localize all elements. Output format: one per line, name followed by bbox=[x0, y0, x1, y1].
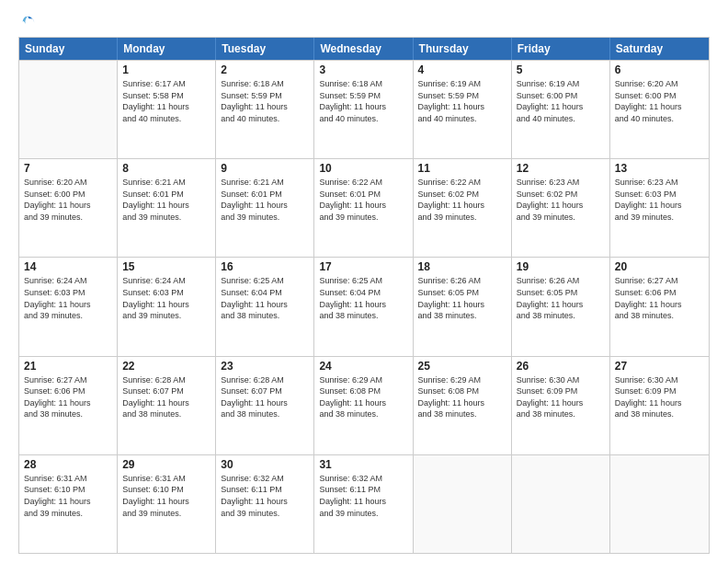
day-info: Sunrise: 6:17 AM Sunset: 5:58 PM Dayligh… bbox=[122, 78, 210, 124]
calendar-cell: 4Sunrise: 6:19 AM Sunset: 5:59 PM Daylig… bbox=[414, 61, 512, 158]
day-number: 19 bbox=[517, 260, 605, 273]
day-number: 2 bbox=[221, 63, 309, 76]
calendar-cell: 14Sunrise: 6:24 AM Sunset: 6:03 PM Dayli… bbox=[19, 258, 118, 355]
calendar-header-cell: Monday bbox=[118, 38, 216, 60]
day-info: Sunrise: 6:20 AM Sunset: 6:00 PM Dayligh… bbox=[24, 177, 112, 223]
day-number: 13 bbox=[615, 162, 704, 175]
day-info: Sunrise: 6:23 AM Sunset: 6:03 PM Dayligh… bbox=[615, 177, 704, 223]
day-number: 31 bbox=[319, 458, 407, 471]
calendar-cell: 27Sunrise: 6:30 AM Sunset: 6:09 PM Dayli… bbox=[610, 357, 709, 454]
calendar-cell: 10Sunrise: 6:22 AM Sunset: 6:01 PM Dayli… bbox=[314, 159, 413, 257]
calendar-header-cell: Wednesday bbox=[314, 38, 413, 60]
day-info: Sunrise: 6:21 AM Sunset: 6:01 PM Dayligh… bbox=[221, 177, 309, 223]
day-number: 30 bbox=[221, 458, 309, 471]
day-number: 7 bbox=[24, 162, 112, 175]
day-number: 17 bbox=[319, 260, 407, 273]
calendar-cell bbox=[414, 455, 512, 553]
day-number: 4 bbox=[418, 63, 506, 76]
day-number: 27 bbox=[615, 360, 704, 373]
day-info: Sunrise: 6:32 AM Sunset: 6:11 PM Dayligh… bbox=[319, 473, 407, 519]
day-number: 3 bbox=[319, 63, 407, 76]
calendar-cell: 23Sunrise: 6:28 AM Sunset: 6:07 PM Dayli… bbox=[216, 357, 314, 454]
day-number: 11 bbox=[418, 162, 506, 175]
day-info: Sunrise: 6:29 AM Sunset: 6:08 PM Dayligh… bbox=[418, 374, 506, 420]
day-number: 21 bbox=[24, 360, 112, 373]
calendar-cell: 12Sunrise: 6:23 AM Sunset: 6:02 PM Dayli… bbox=[512, 159, 610, 257]
day-info: Sunrise: 6:24 AM Sunset: 6:03 PM Dayligh… bbox=[24, 275, 112, 321]
calendar: SundayMondayTuesdayWednesdayThursdayFrid… bbox=[18, 37, 710, 554]
calendar-cell bbox=[610, 455, 709, 553]
calendar-header-cell: Saturday bbox=[610, 38, 709, 60]
day-info: Sunrise: 6:22 AM Sunset: 6:01 PM Dayligh… bbox=[319, 177, 407, 223]
day-info: Sunrise: 6:21 AM Sunset: 6:01 PM Dayligh… bbox=[122, 177, 210, 223]
day-info: Sunrise: 6:23 AM Sunset: 6:02 PM Dayligh… bbox=[517, 177, 605, 223]
day-number: 22 bbox=[122, 360, 210, 373]
day-number: 16 bbox=[221, 260, 309, 273]
day-info: Sunrise: 6:18 AM Sunset: 5:59 PM Dayligh… bbox=[221, 78, 309, 124]
day-info: Sunrise: 6:24 AM Sunset: 6:03 PM Dayligh… bbox=[122, 275, 210, 321]
calendar-cell: 5Sunrise: 6:19 AM Sunset: 6:00 PM Daylig… bbox=[512, 61, 610, 158]
calendar-row: 21Sunrise: 6:27 AM Sunset: 6:06 PM Dayli… bbox=[19, 356, 709, 454]
day-info: Sunrise: 6:19 AM Sunset: 6:00 PM Dayligh… bbox=[517, 78, 605, 124]
day-info: Sunrise: 6:30 AM Sunset: 6:09 PM Dayligh… bbox=[615, 374, 704, 420]
calendar-cell: 30Sunrise: 6:32 AM Sunset: 6:11 PM Dayli… bbox=[216, 455, 314, 553]
day-number: 23 bbox=[221, 360, 309, 373]
calendar-row: 28Sunrise: 6:31 AM Sunset: 6:10 PM Dayli… bbox=[19, 454, 709, 553]
calendar-header-cell: Thursday bbox=[414, 38, 512, 60]
page: SundayMondayTuesdayWednesdayThursdayFrid… bbox=[0, 0, 728, 563]
calendar-row: 7Sunrise: 6:20 AM Sunset: 6:00 PM Daylig… bbox=[19, 158, 709, 257]
day-number: 5 bbox=[517, 63, 605, 76]
day-number: 15 bbox=[122, 260, 210, 273]
calendar-cell bbox=[512, 455, 610, 553]
calendar-cell: 24Sunrise: 6:29 AM Sunset: 6:08 PM Dayli… bbox=[314, 357, 413, 454]
day-number: 9 bbox=[221, 162, 309, 175]
calendar-header-cell: Friday bbox=[512, 38, 610, 60]
calendar-body: 1Sunrise: 6:17 AM Sunset: 5:58 PM Daylig… bbox=[19, 60, 709, 553]
day-info: Sunrise: 6:30 AM Sunset: 6:09 PM Dayligh… bbox=[517, 374, 605, 420]
day-info: Sunrise: 6:27 AM Sunset: 6:06 PM Dayligh… bbox=[24, 374, 112, 420]
calendar-cell: 13Sunrise: 6:23 AM Sunset: 6:03 PM Dayli… bbox=[610, 159, 709, 257]
day-info: Sunrise: 6:18 AM Sunset: 5:59 PM Dayligh… bbox=[319, 78, 407, 124]
day-info: Sunrise: 6:31 AM Sunset: 6:10 PM Dayligh… bbox=[122, 473, 210, 519]
day-number: 8 bbox=[122, 162, 210, 175]
day-info: Sunrise: 6:26 AM Sunset: 6:05 PM Dayligh… bbox=[517, 275, 605, 321]
calendar-cell: 28Sunrise: 6:31 AM Sunset: 6:10 PM Dayli… bbox=[19, 455, 118, 553]
day-info: Sunrise: 6:20 AM Sunset: 6:00 PM Dayligh… bbox=[615, 78, 704, 124]
calendar-row: 14Sunrise: 6:24 AM Sunset: 6:03 PM Dayli… bbox=[19, 257, 709, 355]
header bbox=[18, 15, 710, 31]
calendar-cell: 18Sunrise: 6:26 AM Sunset: 6:05 PM Dayli… bbox=[414, 258, 512, 355]
day-number: 14 bbox=[24, 260, 112, 273]
logo bbox=[18, 15, 36, 31]
day-number: 26 bbox=[517, 360, 605, 373]
calendar-cell: 15Sunrise: 6:24 AM Sunset: 6:03 PM Dayli… bbox=[118, 258, 216, 355]
calendar-cell: 29Sunrise: 6:31 AM Sunset: 6:10 PM Dayli… bbox=[118, 455, 216, 553]
day-info: Sunrise: 6:29 AM Sunset: 6:08 PM Dayligh… bbox=[319, 374, 407, 420]
day-info: Sunrise: 6:31 AM Sunset: 6:10 PM Dayligh… bbox=[24, 473, 112, 519]
day-number: 1 bbox=[122, 63, 210, 76]
calendar-cell: 1Sunrise: 6:17 AM Sunset: 5:58 PM Daylig… bbox=[118, 61, 216, 158]
calendar-cell: 25Sunrise: 6:29 AM Sunset: 6:08 PM Dayli… bbox=[414, 357, 512, 454]
calendar-cell: 2Sunrise: 6:18 AM Sunset: 5:59 PM Daylig… bbox=[216, 61, 314, 158]
calendar-cell: 16Sunrise: 6:25 AM Sunset: 6:04 PM Dayli… bbox=[216, 258, 314, 355]
calendar-cell: 20Sunrise: 6:27 AM Sunset: 6:06 PM Dayli… bbox=[610, 258, 709, 355]
calendar-cell: 26Sunrise: 6:30 AM Sunset: 6:09 PM Dayli… bbox=[512, 357, 610, 454]
calendar-cell: 7Sunrise: 6:20 AM Sunset: 6:00 PM Daylig… bbox=[19, 159, 118, 257]
calendar-cell bbox=[19, 61, 118, 158]
day-number: 24 bbox=[319, 360, 407, 373]
day-info: Sunrise: 6:27 AM Sunset: 6:06 PM Dayligh… bbox=[615, 275, 704, 321]
calendar-cell: 21Sunrise: 6:27 AM Sunset: 6:06 PM Dayli… bbox=[19, 357, 118, 454]
day-number: 25 bbox=[418, 360, 506, 373]
day-number: 12 bbox=[517, 162, 605, 175]
calendar-cell: 22Sunrise: 6:28 AM Sunset: 6:07 PM Dayli… bbox=[118, 357, 216, 454]
calendar-header: SundayMondayTuesdayWednesdayThursdayFrid… bbox=[19, 38, 709, 60]
calendar-cell: 6Sunrise: 6:20 AM Sunset: 6:00 PM Daylig… bbox=[610, 61, 709, 158]
day-number: 29 bbox=[122, 458, 210, 471]
day-info: Sunrise: 6:19 AM Sunset: 5:59 PM Dayligh… bbox=[418, 78, 506, 124]
day-info: Sunrise: 6:28 AM Sunset: 6:07 PM Dayligh… bbox=[122, 374, 210, 420]
day-info: Sunrise: 6:32 AM Sunset: 6:11 PM Dayligh… bbox=[221, 473, 309, 519]
logo-icon bbox=[19, 15, 36, 31]
day-number: 10 bbox=[319, 162, 407, 175]
calendar-cell: 11Sunrise: 6:22 AM Sunset: 6:02 PM Dayli… bbox=[414, 159, 512, 257]
day-info: Sunrise: 6:25 AM Sunset: 6:04 PM Dayligh… bbox=[319, 275, 407, 321]
day-number: 20 bbox=[615, 260, 704, 273]
